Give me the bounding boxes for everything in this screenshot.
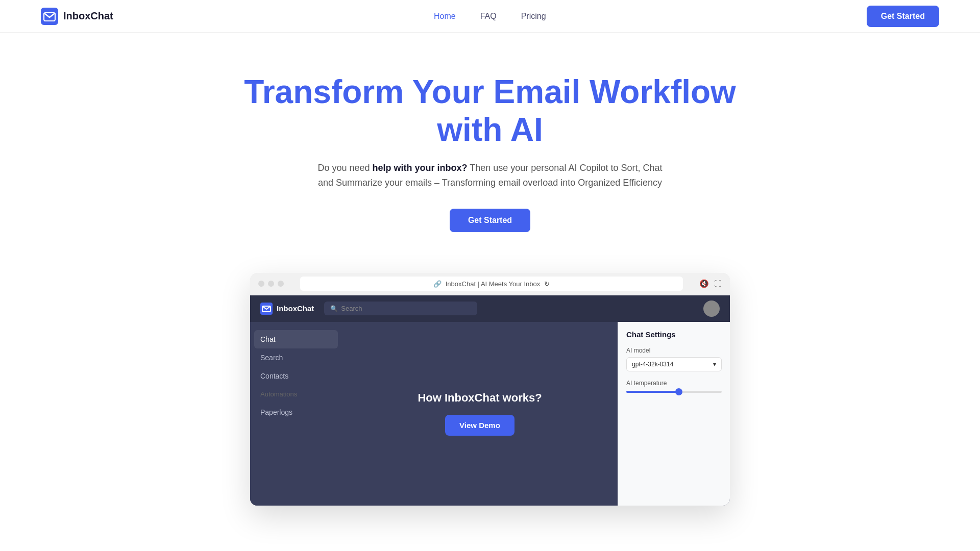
browser-window: 🔗 InboxChat | AI Meets Your Inbox ↻ 🔇 ⛶ bbox=[250, 273, 730, 506]
chevron-down-icon: ▾ bbox=[713, 361, 716, 368]
browser-refresh-icon[interactable]: ↻ bbox=[544, 280, 550, 288]
sidebar-item-automations[interactable]: Automations bbox=[250, 385, 342, 403]
sidebar-automations-label: Automations bbox=[260, 390, 297, 398]
browser-bar: 🔗 InboxChat | AI Meets Your Inbox ↻ 🔇 ⛶ bbox=[250, 273, 730, 295]
dot-red bbox=[258, 281, 264, 287]
app-chrome: InboxChat 🔍 Search Chat Search bbox=[250, 295, 730, 506]
nav-faq[interactable]: FAQ bbox=[480, 12, 497, 21]
nav-home[interactable]: Home bbox=[434, 12, 456, 21]
view-demo-button[interactable]: View Demo bbox=[445, 415, 514, 436]
sidebar-contacts-label: Contacts bbox=[260, 372, 288, 380]
search-placeholder: Search bbox=[341, 305, 362, 312]
hero-title: Transform Your Email Workflow with AI bbox=[10, 73, 970, 148]
app-sidebar: Chat Search Contacts Automations Paperlo… bbox=[250, 322, 342, 506]
dot-green bbox=[278, 281, 284, 287]
app-logo-icon bbox=[260, 303, 273, 315]
sidebar-item-chat[interactable]: Chat bbox=[254, 330, 338, 348]
hero-desc-pre: Do you need bbox=[318, 163, 373, 173]
ai-model-select[interactable]: gpt-4-32k-0314 ▾ bbox=[626, 357, 722, 371]
app-right-panel: Chat Settings AI model gpt-4-32k-0314 ▾ … bbox=[618, 322, 730, 506]
nav-pricing[interactable]: Pricing bbox=[521, 12, 546, 21]
browser-action-icons: 🔇 ⛶ bbox=[699, 279, 722, 288]
hero-get-started-button[interactable]: Get Started bbox=[450, 209, 530, 232]
logo-icon bbox=[41, 8, 58, 25]
browser-dots bbox=[258, 281, 284, 287]
ai-model-value: gpt-4-32k-0314 bbox=[632, 361, 673, 368]
nav-links: Home FAQ Pricing bbox=[434, 12, 546, 21]
sidebar-item-paperlogs[interactable]: Paperlogs bbox=[250, 403, 342, 421]
app-main-content: How InboxChat works? View Demo bbox=[342, 322, 618, 506]
app-logo: InboxChat bbox=[260, 303, 314, 315]
sidebar-search-label: Search bbox=[260, 354, 283, 362]
app-header: InboxChat 🔍 Search bbox=[250, 295, 730, 322]
how-inboxchat-works-title: How InboxChat works? bbox=[418, 391, 542, 405]
panel-title: Chat Settings bbox=[626, 330, 722, 339]
app-body: Chat Search Contacts Automations Paperlo… bbox=[250, 322, 730, 506]
sidebar-item-search[interactable]: Search bbox=[250, 348, 342, 367]
browser-link-icon: 🔗 bbox=[433, 280, 442, 288]
browser-url-bar: 🔗 InboxChat | AI Meets Your Inbox ↻ bbox=[300, 277, 683, 291]
dot-yellow bbox=[268, 281, 274, 287]
ai-model-label: AI model bbox=[626, 347, 722, 354]
search-icon: 🔍 bbox=[330, 305, 338, 312]
ai-temperature-slider[interactable] bbox=[626, 391, 722, 393]
browser-url-text: InboxChat | AI Meets Your Inbox bbox=[446, 280, 541, 288]
slider-fill bbox=[626, 391, 679, 393]
browser-speaker-icon[interactable]: 🔇 bbox=[699, 279, 709, 288]
navbar: InboxChat Home FAQ Pricing Get Started bbox=[0, 0, 980, 33]
hero-section: Transform Your Email Workflow with AI Do… bbox=[0, 33, 980, 253]
nav-get-started-button[interactable]: Get Started bbox=[867, 6, 939, 27]
logo: InboxChat bbox=[41, 8, 113, 25]
slider-thumb[interactable] bbox=[675, 388, 682, 395]
ai-temperature-label: AI temperature bbox=[626, 380, 722, 387]
hero-description: Do you need help with your inbox? Then u… bbox=[316, 161, 664, 190]
app-logo-text: InboxChat bbox=[277, 304, 314, 313]
browser-expand-icon[interactable]: ⛶ bbox=[714, 279, 722, 288]
hero-desc-bold: help with your inbox? bbox=[373, 163, 468, 173]
sidebar-item-contacts[interactable]: Contacts bbox=[250, 367, 342, 385]
hero-title-line2: with AI bbox=[437, 111, 543, 148]
app-avatar bbox=[703, 300, 720, 317]
hero-title-line1: Transform Your Email Workflow bbox=[244, 73, 736, 110]
logo-text: InboxChat bbox=[63, 10, 113, 22]
sidebar-paperlogs-label: Paperlogs bbox=[260, 408, 292, 416]
app-search-bar[interactable]: 🔍 Search bbox=[324, 302, 477, 315]
sidebar-chat-label: Chat bbox=[260, 335, 276, 343]
